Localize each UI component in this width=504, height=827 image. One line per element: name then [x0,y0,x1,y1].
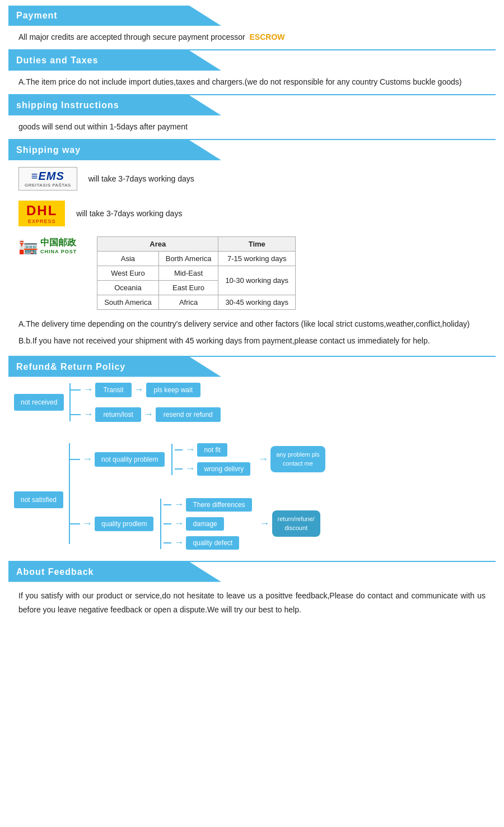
dhl-main-text: DHL [26,203,57,219]
not-received-box: not received [14,394,64,411]
feedback-header-bg: About Feedback [8,562,221,582]
not-fit-box: not fit [197,443,227,457]
refund-header-container: Refund& Return Policy [8,357,496,377]
not-fit-branch: → not fit [175,443,250,457]
duties-title: Duties and Taxes [16,55,98,66]
wrong-delivry-box: wrong delivry [197,462,250,476]
shipping-way-header-bg: Shipping way [8,140,221,160]
chinapost-chinese: 中国邮政 [40,237,77,249]
ems-logo: ≡EMS GREITASIS PAŠTAS [18,167,77,191]
table-cell: West Euro [97,266,159,281]
damage-box: damage [186,517,223,531]
there-differences-box: There differences [186,498,251,512]
table-cell: Asia [97,252,159,266]
table-cell: South America [97,295,159,310]
not-quality-branch: → not quality problem → not fit [70,443,325,476]
return-lost-branch: → return/lost → resend or refund [71,407,220,422]
chinapost-logo: 🏣 中国邮政 CHINA POST [18,236,77,255]
shipping-instructions-title: shipping Instructions [16,100,119,110]
table-row: South America Africa 30-45 working days [97,295,296,310]
shipping-way-section: Shipping way ≡EMS GREITASIS PAŠTAS will … [8,140,496,357]
shipping-instructions-section: shipping Instructions goods will send ou… [8,95,496,140]
h-line-4 [70,523,80,524]
ems-row: ≡EMS GREITASIS PAŠTAS will take 3-7days … [18,167,486,191]
pls-keep-wait-box: pls keep wait [146,383,200,397]
arrow-4: → [143,408,153,420]
duties-section: Duties and Taxes A.The item price do not… [8,50,496,95]
there-differences-branch: → There differences [164,498,251,512]
return-lost-box: return/lost [95,407,141,422]
table-header-area: Area [97,237,218,252]
payment-body: All major credits are accepted through s… [8,26,496,49]
chinapost-english: CHINA POST [40,249,77,254]
shipping-instructions-text: goods will send out within 1-5days after… [18,122,486,131]
arrow-2: → [134,384,144,396]
quality-sub-branches: → There differences → damage → [164,498,251,550]
return-refune-discount-bubble: return/refune/ discount [272,510,320,537]
payment-title: Payment [16,11,58,21]
dhl-row: DHL EXPRESS will take 3-7days working da… [18,201,486,226]
feedback-header-container: About Feedback [8,562,496,582]
not-quality-problem-box: not quality problem [95,452,165,467]
chinapost-icon: 🏣 [18,236,38,255]
shipping-way-body: ≡EMS GREITASIS PAŠTAS will take 3-7days … [8,160,496,356]
ems-sub-text: GREITASIS PAŠTAS [25,183,71,188]
v-bracket-3 [171,444,172,475]
dhl-logo: DHL EXPRESS [18,201,65,226]
dhl-description: will take 3-7days working days [76,209,182,218]
payment-text: All major credits are accepted through s… [18,32,486,41]
table-cell: Africa [158,295,218,310]
feedback-title: About Feedback [16,567,94,577]
table-cell: Borth America [158,252,218,266]
quality-defect-branch: → quality defect [164,536,251,550]
duties-body: A.The item price do not include import d… [8,71,496,94]
shipping-instructions-body: goods will send out within 1-5days after… [8,115,496,139]
duties-header-container: Duties and Taxes [8,50,496,71]
arrow-1: → [83,384,93,396]
not-satisfied-branches: → not quality problem → not fit [70,439,325,550]
table-cell: Mid-East [158,266,218,281]
chinapost-table-row: 🏣 中国邮政 CHINA POST Area Time [18,236,486,310]
not-quality-sub-branches: → not fit → wrong delivry [175,443,250,476]
shipping-way-header-container: Shipping way [8,140,496,160]
h-line-2 [71,414,81,415]
table-cell: East Euro [158,281,218,295]
payment-section: Payment All major credits are accepted t… [8,6,496,50]
table-row: Asia Borth America 7-15 working days [97,252,296,266]
feedback-text: If you satisfy with our product or servi… [18,589,486,617]
bracket-line-1 [69,383,71,421]
quality-prodlem-box: quality prodlem [95,517,153,531]
not-satisfied-box: not satisfied [14,491,63,508]
refund-title: Refund& Return Policy [16,362,125,372]
h-line [71,389,81,391]
any-problem-bubble: any problem pls contact me [270,446,325,472]
shipping-way-title: Shipping way [16,145,81,155]
shipping-note-b: B.b.If you have not received your shipme… [18,334,486,348]
transit-branch: → Transit → pls keep wait [71,383,220,397]
arrow-5: → [82,453,92,465]
table-cell: 10-30 working days [218,266,296,295]
table-cell: 7-15 working days [218,252,296,266]
payment-header-container: Payment [8,6,496,26]
chinapost-text: 中国邮政 CHINA POST [40,237,77,254]
resend-refund-box: resend or refund [156,407,221,422]
feedback-section: About Feedback If you satisfy with our p… [8,562,496,625]
shipping-notes: A.The delivery time depending on the cou… [18,318,486,348]
not-satisfied-row: not satisfied → not quality problem [14,439,490,550]
refund-flowchart: not received → Transit → pls keep wait [8,377,496,561]
ems-description: will take 3-7days working days [88,174,194,183]
feedback-body: If you satisfy with our product or servi… [8,582,496,625]
h-line-3 [70,459,80,460]
arrow-6: → [82,518,92,529]
damage-branch: → damage [164,517,251,531]
shipping-note-a: A.The delivery time depending on the cou… [18,318,486,331]
shipping-instructions-header-bg: shipping Instructions [8,95,221,115]
table-cell: Oceania [97,281,159,295]
shipping-table: Area Time Asia Borth America 7-15 workin… [97,236,296,310]
wrong-delivery-branch: → wrong delivry [175,462,250,476]
page: Payment All major credits are accepted t… [0,0,504,630]
refund-header-bg: Refund& Return Policy [8,357,221,377]
escrow-label: ESCROW [250,32,285,41]
table-header-time: Time [218,237,296,252]
arrow-3: → [83,408,93,420]
